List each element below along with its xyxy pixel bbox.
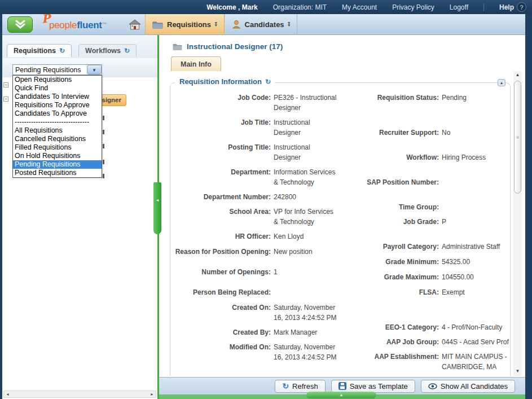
field-row: Recruiter Support:No xyxy=(345,128,511,138)
my-account-link[interactable]: My Account xyxy=(342,3,377,11)
section-header: Requisition Information ↻ xyxy=(175,77,275,86)
peoplefluent-logo: P peoplefluent ™ xyxy=(41,14,117,31)
scroll-down-icon[interactable]: ▼ xyxy=(513,369,522,374)
scroll-right-icon[interactable]: ► xyxy=(150,392,154,396)
field-row: Number of Openings:1 xyxy=(171,267,340,277)
main-vertical-scrollbar[interactable]: ▲ ≡ ▼ xyxy=(513,71,522,376)
dropdown-option[interactable]: Filled Requisitions xyxy=(13,143,102,152)
field-row: Job Grade:P xyxy=(345,217,511,227)
field-row: SAP Position Number: xyxy=(345,177,511,187)
dropdown-option[interactable]: All Requisitions xyxy=(13,126,102,135)
dropdown-option[interactable]: Quick Find xyxy=(13,84,102,93)
dropdown-arrow-icon[interactable]: ▾ xyxy=(87,65,102,74)
tree-item-fragment xyxy=(103,116,104,120)
section-collapse-icon[interactable]: ▴ xyxy=(498,79,505,86)
dropdown-option[interactable]: Open Requisitions xyxy=(13,76,102,84)
field-row: Created By:Mark Manager xyxy=(171,327,340,337)
section-title: Requisition Information xyxy=(179,77,262,86)
field-row: Person Being Replaced: xyxy=(171,287,340,297)
field-row: Workflow:Hiring Process xyxy=(345,152,511,163)
app-launcher-button[interactable] xyxy=(7,16,33,33)
dropdown-option-separator: -------------------------------- xyxy=(13,118,102,126)
person-icon xyxy=(232,20,241,29)
refresh-button[interactable]: ↻ Refresh xyxy=(275,380,325,393)
field-row: Modified On:Saturday, November 16, 2013 … xyxy=(171,342,340,362)
top-bar: Welcome , Mark Organization: MIT My Acco… xyxy=(0,0,532,14)
sidebar-collapse-handle[interactable]: ◄ xyxy=(153,182,161,234)
page-header: Instructional Designer (17) xyxy=(173,42,283,51)
sidebar-tabs: Requisitions ↻ Workflows ↻ xyxy=(7,44,137,57)
nav-tab-candidates[interactable]: Candidates ▾▾ xyxy=(225,14,298,34)
dropdown-option[interactable]: Cancelled Requisitions xyxy=(13,135,102,143)
main-panel: Instructional Designer (17) Main Info Re… xyxy=(159,35,525,399)
field-row: Job Code:PE326 - Instructional Designer xyxy=(171,93,340,113)
requisition-information-panel: Requisition Information ↻ ▴ Job Code:PE3… xyxy=(170,82,511,376)
organization-label: Organization: MIT xyxy=(273,3,327,11)
nav-tab-requisitions[interactable]: Requisitions ▾▾ xyxy=(145,14,225,34)
page-title: Instructional Designer (17) xyxy=(187,42,283,51)
save-as-template-button[interactable]: Save as Template xyxy=(331,380,415,393)
field-row: Created On:Saturday, November 16, 2013 4… xyxy=(171,302,340,323)
dropdown-option[interactable]: Posted Requisitions xyxy=(13,169,102,177)
folder-icon xyxy=(152,20,163,29)
field-row: Time Group: xyxy=(345,202,511,212)
field-row: Department:Information Services & Techno… xyxy=(171,167,340,187)
eye-icon xyxy=(428,383,437,389)
field-row: FLSA:Exempt xyxy=(345,287,511,297)
show-all-candidates-button[interactable]: Show All Candidates xyxy=(421,380,515,393)
tree-collapse-icon[interactable]: − xyxy=(3,82,8,87)
dropdown-option[interactable]: Requisitions To Approve xyxy=(13,101,102,109)
field-row: Requisition Status:Pending xyxy=(345,93,511,103)
save-icon xyxy=(338,382,346,390)
tree-collapse-icon[interactable]: − xyxy=(3,97,8,102)
tree-item-fragment xyxy=(103,160,104,164)
field-row: Payroll Category:Administrative Staff xyxy=(345,242,511,252)
tree-item-fragment xyxy=(103,144,104,148)
nav-bar: P peoplefluent ™ Requisitions ▾▾ Candida… xyxy=(2,14,525,35)
field-row: Job Title:Instructional Designer xyxy=(171,117,340,138)
help-icon[interactable]: ? xyxy=(517,2,526,12)
field-row: HR Officer:Ken Lloyd xyxy=(171,231,340,242)
tab-main-info[interactable]: Main Info xyxy=(171,56,221,71)
field-row: Reason for Position Opening:New position xyxy=(171,247,340,257)
scroll-up-icon[interactable]: ▲ xyxy=(513,72,522,77)
bottom-collapse-handle[interactable]: ▲ xyxy=(306,392,376,398)
field-row: Grade Minimum:54325.00 xyxy=(345,257,511,267)
dropdown-option[interactable]: Candidates To Interview xyxy=(13,93,102,101)
chevron-down-icon: ▾▾ xyxy=(215,22,217,27)
chevron-down-icon: ▾▾ xyxy=(288,22,291,27)
refresh-icon[interactable]: ↻ xyxy=(124,48,130,54)
topbar-divider xyxy=(483,3,484,11)
double-chevron-down-icon xyxy=(14,20,27,29)
scrollbar-thumb[interactable]: ≡ xyxy=(514,81,521,194)
welcome-text: Welcome , Mark xyxy=(206,3,257,11)
sidebar-horizontal-scrollbar[interactable]: ◄ ► xyxy=(3,391,156,398)
tree-item-fragment xyxy=(103,174,104,178)
field-row: AAP Establishment:MIT MAIN CAMPUS - CAMB… xyxy=(345,352,511,372)
field-row: School Area:VP for Info Services & Techn… xyxy=(171,207,340,227)
dropdown-option-selected[interactable]: Pending Requisitions xyxy=(13,160,102,169)
refresh-icon: ↻ xyxy=(282,383,289,389)
field-row: EEO-1 Category:4 - Prof/Non-Faculty xyxy=(345,322,511,332)
dropdown-option[interactable]: On Hold Requisitions xyxy=(13,152,102,160)
folder-icon xyxy=(173,43,182,50)
scroll-left-icon[interactable]: ◄ xyxy=(6,392,10,396)
requisition-filter-select[interactable]: Pending Requisitions ▾ xyxy=(12,64,102,75)
refresh-icon[interactable]: ↻ xyxy=(265,79,271,85)
privacy-policy-link[interactable]: Privacy Policy xyxy=(392,3,434,11)
help-link[interactable]: Help ? xyxy=(499,2,526,12)
logo-p-glyph: P xyxy=(41,11,51,25)
sidebar-tab-requisitions[interactable]: Requisitions ↻ xyxy=(7,44,72,57)
sidebar-tab-workflows[interactable]: Workflows ↻ xyxy=(78,44,137,57)
sidebar: Requisitions ↻ Workflows ↻ − − Instructi… xyxy=(2,35,159,399)
fields-column-left: Job Code:PE326 - Instructional Designer … xyxy=(171,93,340,362)
logoff-link[interactable]: Logoff xyxy=(450,3,468,11)
home-button[interactable] xyxy=(125,14,145,34)
refresh-icon[interactable]: ↻ xyxy=(59,48,65,54)
content-scroll-area: Requisition Information ↻ ▴ Job Code:PE3… xyxy=(159,71,525,376)
field-row: Grade Maximum:104550.00 xyxy=(345,272,511,282)
dropdown-option[interactable]: Candidates To Approve xyxy=(13,109,102,118)
tree-item-fragment xyxy=(103,130,104,134)
fields-column-right: Requisition Status:Pending Recruiter Sup… xyxy=(345,93,511,372)
filter-dropdown-list: Open Requisitions Quick Find Candidates … xyxy=(12,75,102,178)
